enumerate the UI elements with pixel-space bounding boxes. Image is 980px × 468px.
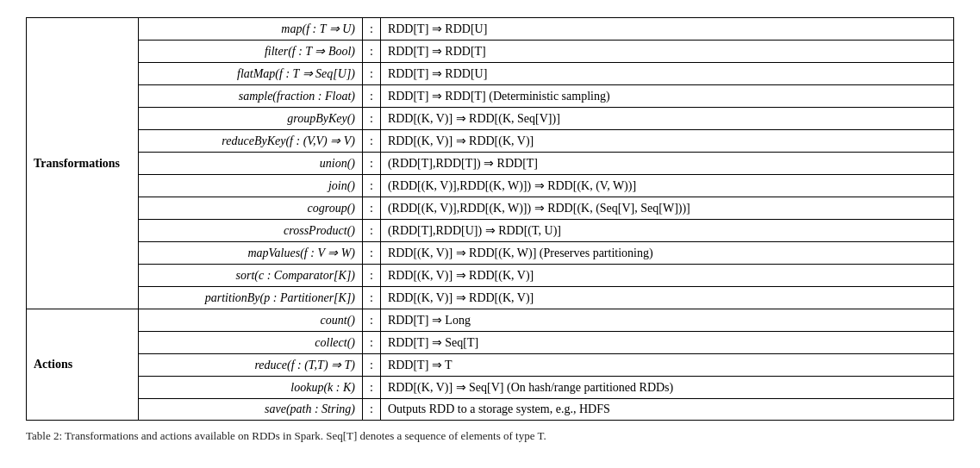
rdd-operations-table: Transformationsmap(f : T ⇒ U):RDD[T] ⇒ R…: [26, 17, 954, 421]
operation-name: reduce(f : (T,T) ⇒ T): [139, 354, 363, 377]
section-label-actions: Actions: [27, 309, 139, 421]
operation-result: RDD[(K, V)] ⇒ Seq[V] (On hash/range part…: [380, 377, 953, 399]
operation-result: (RDD[(K, V)],RDD[(K, W)]) ⇒ RDD[(K, (V, …: [380, 175, 953, 197]
operation-result: (RDD[T],RDD[U]) ⇒ RDD[(T, U)]: [380, 220, 953, 242]
colon-separator: :: [363, 287, 381, 309]
colon-separator: :: [363, 242, 381, 265]
operation-name: join(): [139, 175, 363, 197]
operation-result: RDD[T] ⇒ Seq[T]: [380, 332, 953, 354]
operation-result: RDD[(K, V)] ⇒ RDD[(K, V)]: [380, 287, 953, 309]
operation-result: RDD[(K, V)] ⇒ RDD[(K, V)]: [380, 130, 953, 153]
colon-separator: :: [363, 175, 381, 197]
colon-separator: :: [363, 41, 381, 63]
operation-name: flatMap(f : T ⇒ Seq[U]): [139, 63, 363, 85]
operation-name: sort(c : Comparator[K]): [139, 265, 363, 287]
colon-separator: :: [363, 63, 381, 85]
operation-result: Outputs RDD to a storage system, e.g., H…: [380, 399, 953, 421]
operation-name: groupByKey(): [139, 108, 363, 130]
operation-name: collect(): [139, 332, 363, 354]
colon-separator: :: [363, 18, 381, 41]
operation-name: count(): [139, 309, 363, 332]
colon-separator: :: [363, 265, 381, 287]
colon-separator: :: [363, 108, 381, 130]
colon-separator: :: [363, 354, 381, 377]
operation-result: RDD[T] ⇒ RDD[U]: [380, 18, 953, 41]
operation-name: map(f : T ⇒ U): [139, 18, 363, 41]
colon-separator: :: [363, 309, 381, 332]
operation-name: union(): [139, 153, 363, 175]
operation-name: crossProduct(): [139, 220, 363, 242]
operation-name: filter(f : T ⇒ Bool): [139, 41, 363, 63]
colon-separator: :: [363, 85, 381, 108]
colon-separator: :: [363, 130, 381, 153]
operation-name: save(path : String): [139, 399, 363, 421]
operation-result: RDD[T] ⇒ RDD[T] (Deterministic sampling): [380, 85, 953, 108]
section-label-transformations: Transformations: [27, 18, 139, 309]
operation-result: RDD[(K, V)] ⇒ RDD[(K, Seq[V])]: [380, 108, 953, 130]
table-caption: Table 2: Transformations and actions ava…: [26, 429, 954, 443]
operation-name: partitionBy(p : Partitioner[K]): [139, 287, 363, 309]
colon-separator: :: [363, 332, 381, 354]
operation-result: RDD[T] ⇒ Long: [380, 309, 953, 332]
operation-name: mapValues(f : V ⇒ W): [139, 242, 363, 265]
operation-name: reduceByKey(f : (V,V) ⇒ V): [139, 130, 363, 153]
operation-result: RDD[(K, V)] ⇒ RDD[(K, W)] (Preserves par…: [380, 242, 953, 265]
colon-separator: :: [363, 220, 381, 242]
operation-result: (RDD[(K, V)],RDD[(K, W)]) ⇒ RDD[(K, (Seq…: [380, 197, 953, 220]
colon-separator: :: [363, 377, 381, 399]
operation-name: cogroup(): [139, 197, 363, 220]
colon-separator: :: [363, 197, 381, 220]
operation-name: lookup(k : K): [139, 377, 363, 399]
operation-result: (RDD[T],RDD[T]) ⇒ RDD[T]: [380, 153, 953, 175]
operation-name: sample(fraction : Float): [139, 85, 363, 108]
colon-separator: :: [363, 153, 381, 175]
operation-result: RDD[T] ⇒ RDD[T]: [380, 41, 953, 63]
operation-result: RDD[(K, V)] ⇒ RDD[(K, V)]: [380, 265, 953, 287]
operation-result: RDD[T] ⇒ RDD[U]: [380, 63, 953, 85]
operation-result: RDD[T] ⇒ T: [380, 354, 953, 377]
colon-separator: :: [363, 399, 381, 421]
